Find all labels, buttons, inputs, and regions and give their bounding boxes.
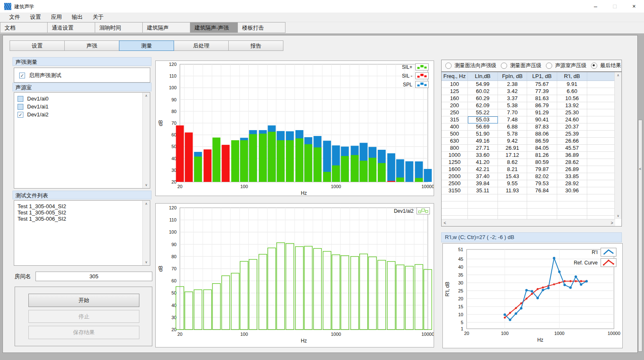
room-name-input[interactable]: 305: [35, 272, 152, 281]
table-cell[interactable]: 41.20: [468, 159, 498, 166]
table-cell[interactable]: [587, 166, 615, 173]
table-cell[interactable]: [527, 209, 557, 216]
table-cell[interactable]: 5.78: [498, 131, 527, 138]
table-cell[interactable]: 79.87: [527, 166, 557, 173]
radio-button[interactable]: [501, 63, 507, 69]
table-cell[interactable]: [587, 194, 615, 201]
scroll-down-icon[interactable]: ∨: [615, 213, 621, 219]
table-cell[interactable]: [498, 209, 527, 216]
menu-item-1[interactable]: 设置: [25, 13, 46, 21]
table-cell[interactable]: 79.53: [527, 180, 557, 187]
channel-row-1[interactable]: Dev1/ai1: [14, 103, 150, 111]
table-cell[interactable]: [587, 209, 615, 216]
table-cell[interactable]: [587, 180, 615, 187]
table-cell[interactable]: [587, 138, 615, 145]
table-cell[interactable]: 3.42: [498, 88, 527, 95]
table-cell[interactable]: 26.91: [498, 145, 527, 152]
table-cell[interactable]: 5.38: [498, 102, 527, 109]
table-cell[interactable]: 87.83: [527, 123, 557, 131]
enable-intensity-checkbox[interactable]: ✓: [19, 73, 25, 78]
table-cell[interactable]: [587, 187, 615, 194]
table-cell[interactable]: 315: [442, 116, 468, 123]
table-cell[interactable]: 8.21: [498, 166, 527, 173]
stop-button[interactable]: 停止: [28, 310, 139, 323]
table-cell[interactable]: 62.09: [468, 102, 498, 109]
table-cell[interactable]: 9.42: [498, 138, 527, 145]
table-cell[interactable]: 630: [442, 138, 468, 145]
table-cell[interactable]: [587, 102, 615, 109]
table-cell[interactable]: [498, 201, 527, 209]
table-cell[interactable]: 81.26: [527, 152, 557, 159]
table-cell[interactable]: 3.37: [498, 95, 527, 102]
radio-option-0[interactable]: 测量面法向声强级: [445, 62, 496, 69]
main-tab-1[interactable]: 通道设置: [48, 22, 95, 33]
table-cell[interactable]: [442, 201, 468, 209]
scroll-down-icon[interactable]: ∨: [143, 182, 150, 188]
channel-checkbox[interactable]: ✓: [18, 112, 23, 118]
table-cell[interactable]: 77.39: [527, 88, 557, 95]
table-header-cell[interactable]: Freq., Hz: [442, 72, 468, 81]
radio-option-2[interactable]: 声源室声压级: [546, 62, 586, 69]
table-cell[interactable]: [587, 116, 615, 123]
table-cell[interactable]: 6.88: [498, 123, 527, 131]
menu-item-4[interactable]: 关于: [88, 13, 109, 21]
table-cell[interactable]: 9.91: [557, 81, 587, 88]
channel-row-0[interactable]: Dev1/ai0: [14, 95, 150, 103]
test-file-item-2[interactable]: Test 1_305-006_SI2: [14, 216, 150, 222]
start-button[interactable]: 开始: [28, 294, 139, 307]
channel-list-scrollbar[interactable]: ∧ ∨: [142, 93, 150, 188]
table-cell[interactable]: 35.11: [468, 187, 498, 194]
menu-item-0[interactable]: 文件: [4, 13, 25, 21]
table-cell[interactable]: [468, 201, 498, 209]
sub-tab-1[interactable]: 声强: [64, 40, 119, 51]
table-cell[interactable]: 1000: [442, 152, 468, 159]
table-cell[interactable]: 800: [442, 145, 468, 152]
table-header-cell[interactable]: R'I, dB: [557, 72, 587, 81]
sub-tab-0[interactable]: 设置: [10, 40, 65, 51]
scroll-left-icon[interactable]: <: [444, 219, 446, 227]
minimize-button[interactable]: –: [586, 0, 605, 13]
panel-collapse-handle[interactable]: <: [638, 120, 642, 352]
table-cell[interactable]: 80.59: [527, 159, 557, 166]
table-cell[interactable]: [468, 194, 498, 201]
table-cell[interactable]: 400: [442, 123, 468, 131]
table-header-cell[interactable]: FpIn, dB: [498, 72, 527, 81]
table-cell[interactable]: [587, 145, 615, 152]
table-cell[interactable]: 10.56: [557, 95, 587, 102]
scroll-right-icon[interactable]: >: [611, 219, 613, 227]
table-cell[interactable]: 8.62: [498, 159, 527, 166]
sub-tab-4[interactable]: 报告: [228, 40, 283, 51]
table-cell[interactable]: 28.62: [557, 159, 587, 166]
main-tab-3[interactable]: 建筑隔声: [143, 22, 190, 33]
table-cell[interactable]: 90.41: [527, 116, 557, 123]
scroll-down-icon[interactable]: ∨: [143, 259, 150, 265]
table-cell[interactable]: 36.89: [557, 152, 587, 159]
table-cell[interactable]: [527, 201, 557, 209]
save-results-button[interactable]: 保存结果: [28, 326, 139, 339]
table-cell[interactable]: 200: [442, 102, 468, 109]
table-cell[interactable]: 1600: [442, 166, 468, 173]
sub-tab-2[interactable]: 测量: [119, 40, 174, 51]
table-cell[interactable]: 33.85: [557, 173, 587, 180]
main-tab-5[interactable]: 楼板打击: [238, 22, 285, 33]
table-cell[interactable]: 3150: [442, 187, 468, 194]
table-cell[interactable]: [498, 194, 527, 201]
table-cell[interactable]: 125: [442, 88, 468, 95]
table-cell[interactable]: 37.40: [468, 173, 498, 180]
table-header-cell[interactable]: [587, 72, 615, 81]
table-cell[interactable]: 91.29: [527, 109, 557, 116]
table-cell[interactable]: 60.29: [468, 95, 498, 102]
radio-button[interactable]: [445, 63, 452, 69]
table-cell[interactable]: 56.69: [468, 123, 498, 131]
table-cell[interactable]: 26.66: [557, 138, 587, 145]
table-cell[interactable]: [587, 109, 615, 116]
table-cell[interactable]: 250: [442, 109, 468, 116]
table-cell[interactable]: [442, 194, 468, 201]
table-cell[interactable]: [587, 88, 615, 95]
table-cell[interactable]: 2500: [442, 180, 468, 187]
scroll-up-icon[interactable]: ∧: [615, 72, 621, 78]
table-cell[interactable]: [557, 209, 587, 216]
menu-item-3[interactable]: 输出: [67, 13, 88, 21]
table-cell[interactable]: 49.16: [468, 138, 498, 145]
table-cell[interactable]: 75.67: [527, 81, 557, 88]
